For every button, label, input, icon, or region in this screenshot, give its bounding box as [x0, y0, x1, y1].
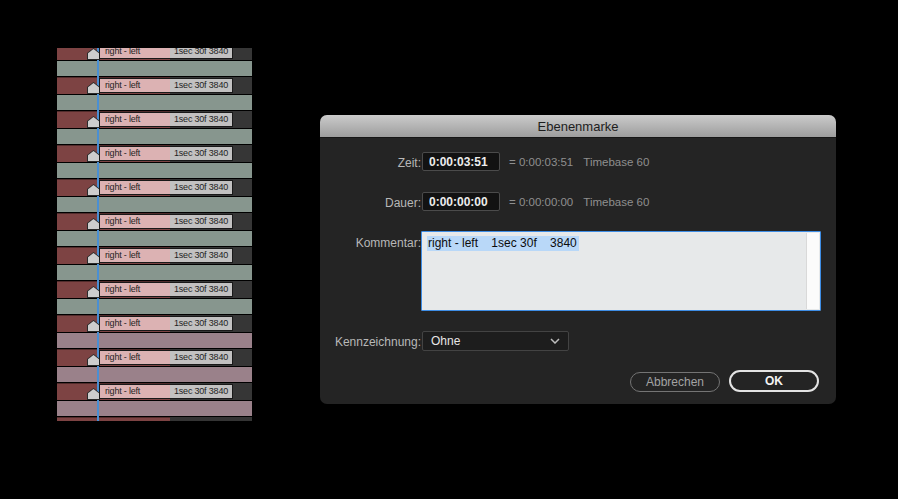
marker-comment-chip[interactable]: right - left1sec 30f3840: [99, 384, 233, 399]
layer-marker-dialog: Ebenenmarke Zeit: = 0:00:03:51Timebase 6…: [320, 115, 836, 404]
ok-button[interactable]: OK: [729, 370, 819, 392]
dialog-titlebar[interactable]: Ebenenmarke: [320, 115, 836, 138]
marker-comment-text: right - left: [100, 317, 170, 330]
marker-comment-chip[interactable]: right - left1sec 30f3840: [99, 350, 233, 365]
marker-duration-text: 1sec 30f: [174, 48, 206, 57]
marker-value-text: 3840: [209, 216, 228, 227]
marker-comment-chip[interactable]: right - left1sec 30f3840: [99, 248, 233, 263]
marker-duration-text: 1sec 30f: [174, 318, 206, 329]
marker-info-text: 1sec 30f3840: [170, 147, 232, 160]
marker-row: right - left1sec 30f3840: [57, 383, 252, 400]
marker-comment-text: right - left: [100, 181, 170, 194]
layer-bar-mauve[interactable]: [57, 333, 252, 348]
marker-comment-text: right - left: [100, 351, 170, 364]
marker-info-text: 1sec 30f3840: [170, 249, 232, 262]
layer-bar-mauve[interactable]: [57, 401, 252, 416]
marker-value-text: 3840: [209, 114, 228, 125]
marker-row: right - left1sec 30f3840: [57, 213, 252, 230]
comment-textarea[interactable]: right - left 1sec 30f 3840: [421, 231, 821, 311]
marker-comment-text: right - left: [100, 215, 170, 228]
marker-comment-text: right - left: [100, 283, 170, 296]
chevron-down-icon: [550, 338, 560, 344]
marker-value-text: 3840: [209, 182, 228, 193]
time-timebase: Timebase 60: [583, 156, 649, 168]
marker-row: right - left1sec 30f3840: [57, 281, 252, 298]
layer-bar-sage[interactable]: [57, 129, 252, 144]
marker-row: right - left1sec 30f3840: [57, 349, 252, 366]
layer-duration-bar[interactable]: [57, 417, 170, 421]
timeline-panel: right - left1sec 30f3840right - left1sec…: [57, 48, 252, 421]
marker-row: right - left1sec 30f3840: [57, 179, 252, 196]
marker-duration-text: 1sec 30f: [174, 182, 206, 193]
marker-duration-text: 1sec 30f: [174, 148, 206, 159]
marker-comment-chip[interactable]: right - left1sec 30f3840: [99, 48, 233, 59]
duration-label: Dauer:: [324, 196, 421, 210]
selected-comment-text: right - left 1sec 30f 3840: [427, 236, 579, 251]
layer-bar-sage[interactable]: [57, 265, 252, 280]
duration-timebase: Timebase 60: [583, 196, 649, 208]
duration-input[interactable]: [422, 192, 500, 211]
time-equals-text: = 0:00:03:51Timebase 60: [509, 156, 649, 168]
marker-comment-text: right - left: [100, 113, 170, 126]
marker-value-text: 3840: [209, 48, 228, 57]
marker-comment-text: right - left: [100, 147, 170, 160]
marker-row: right - left1sec 30f3840: [57, 77, 252, 94]
layer-bar-sage[interactable]: [57, 197, 252, 212]
marker-comment-chip[interactable]: right - left1sec 30f3840: [99, 214, 233, 229]
marker-comment-chip[interactable]: right - left1sec 30f3840: [99, 112, 233, 127]
comment-label: Kommentar:: [324, 236, 421, 250]
marker-info-text: 1sec 30f3840: [170, 48, 232, 58]
marker-comment-text: right - left: [100, 79, 170, 92]
label-dropdown[interactable]: Ohne: [422, 331, 569, 351]
marker-comment-text: right - left: [100, 385, 170, 398]
layer-bar-sage[interactable]: [57, 299, 252, 314]
time-input[interactable]: [422, 152, 500, 171]
marker-duration-text: 1sec 30f: [174, 250, 206, 261]
marker-info-text: 1sec 30f3840: [170, 317, 232, 330]
marker-duration-text: 1sec 30f: [174, 284, 206, 295]
marker-comment-text: right - left: [100, 249, 170, 262]
marker-row: right - left1sec 30f3840: [57, 315, 252, 332]
marker-comment-chip[interactable]: right - left1sec 30f3840: [99, 180, 233, 195]
marker-comment-text: right - left: [100, 48, 170, 58]
marker-row-clipped: right - left1sec 30f3840: [57, 48, 252, 60]
marker-duration-text: 1sec 30f: [174, 216, 206, 227]
marker-duration-text: 1sec 30f: [174, 352, 206, 363]
marker-comment-chip[interactable]: right - left1sec 30f3840: [99, 282, 233, 297]
dialog-title: Ebenenmarke: [538, 119, 619, 134]
layer-bar-sage[interactable]: [57, 163, 252, 178]
marker-value-text: 3840: [209, 80, 228, 91]
marker-comment-chip[interactable]: right - left1sec 30f3840: [99, 146, 233, 161]
marker-info-text: 1sec 30f3840: [170, 351, 232, 364]
duration-equals-text: = 0:00:00:00Timebase 60: [509, 196, 649, 208]
marker-value-text: 3840: [209, 386, 228, 397]
comment-scrollbar[interactable]: [806, 233, 819, 309]
marker-info-text: 1sec 30f3840: [170, 215, 232, 228]
marker-duration-text: 1sec 30f: [174, 386, 206, 397]
marker-info-text: 1sec 30f3840: [170, 79, 232, 92]
layer-bar-mauve[interactable]: [57, 367, 252, 382]
cancel-button[interactable]: Abbrechen: [630, 372, 720, 392]
layer-bar-sage[interactable]: [57, 231, 252, 246]
marker-duration-text: 1sec 30f: [174, 114, 206, 125]
marker-comment-chip[interactable]: right - left1sec 30f3840: [99, 316, 233, 331]
marker-value-text: 3840: [209, 148, 228, 159]
marker-info-text: 1sec 30f3840: [170, 385, 232, 398]
marker-value-text: 3840: [209, 250, 228, 261]
marker-value-text: 3840: [209, 352, 228, 363]
marker-value-text: 3840: [209, 318, 228, 329]
marker-value-text: 3840: [209, 284, 228, 295]
marker-row: right - left1sec 30f3840: [57, 247, 252, 264]
layer-bar-sage[interactable]: [57, 95, 252, 110]
label-dropdown-label: Kennzeichnung:: [324, 335, 421, 349]
marker-row: right - left1sec 30f3840: [57, 145, 252, 162]
marker-row: right - left1sec 30f3840: [57, 48, 252, 60]
marker-info-text: 1sec 30f3840: [170, 283, 232, 296]
marker-duration-text: 1sec 30f: [174, 80, 206, 91]
label-dropdown-value: Ohne: [431, 334, 460, 348]
layer-bar-clipped: [57, 417, 252, 421]
marker-info-text: 1sec 30f3840: [170, 113, 232, 126]
marker-comment-chip[interactable]: right - left1sec 30f3840: [99, 78, 233, 93]
layer-bar-sage[interactable]: [57, 61, 252, 76]
marker-row: right - left1sec 30f3840: [57, 111, 252, 128]
